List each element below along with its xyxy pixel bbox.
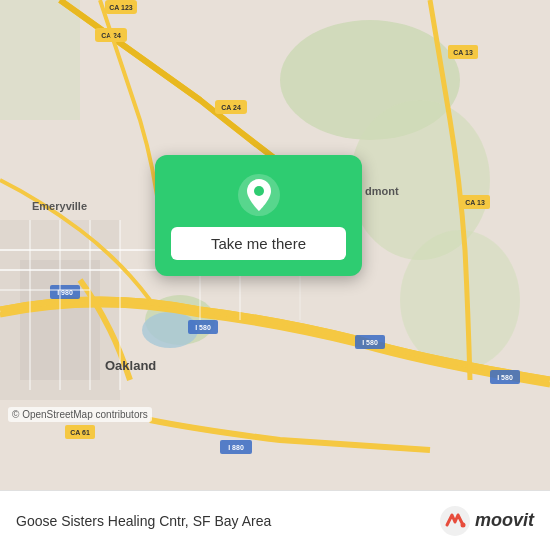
svg-point-47 [254, 186, 264, 196]
map-attribution: © OpenStreetMap contributors [8, 407, 152, 422]
popup-card: Take me there [155, 155, 362, 276]
svg-text:I 880: I 880 [228, 444, 244, 451]
info-bar: Goose Sisters Healing Cntr, SF Bay Area … [0, 490, 550, 550]
svg-point-4 [400, 230, 520, 370]
attribution-text: © OpenStreetMap contributors [12, 409, 148, 420]
moovit-logo-icon [439, 505, 471, 537]
svg-point-49 [460, 522, 465, 527]
svg-text:I 580: I 580 [497, 374, 513, 381]
map-container: I 580 I 580 I 580 CA 24 CA 24 CA 13 CA 1… [0, 0, 550, 490]
svg-text:CA 61: CA 61 [70, 429, 90, 436]
moovit-logo: moovit [439, 505, 534, 537]
take-me-there-button[interactable]: Take me there [171, 227, 346, 260]
svg-text:Emeryville: Emeryville [32, 200, 87, 212]
svg-text:I 580: I 580 [195, 324, 211, 331]
svg-text:dmont: dmont [365, 185, 399, 197]
svg-rect-5 [0, 0, 80, 120]
svg-text:Oakland: Oakland [105, 358, 156, 373]
svg-text:CA 13: CA 13 [453, 49, 473, 56]
svg-text:CA 123: CA 123 [109, 4, 133, 11]
location-text: Goose Sisters Healing Cntr, SF Bay Area [16, 513, 271, 529]
svg-text:I 580: I 580 [362, 339, 378, 346]
moovit-text: moovit [475, 510, 534, 531]
svg-text:CA 24: CA 24 [221, 104, 241, 111]
location-pin-icon [237, 173, 281, 217]
svg-text:CA 13: CA 13 [465, 199, 485, 206]
